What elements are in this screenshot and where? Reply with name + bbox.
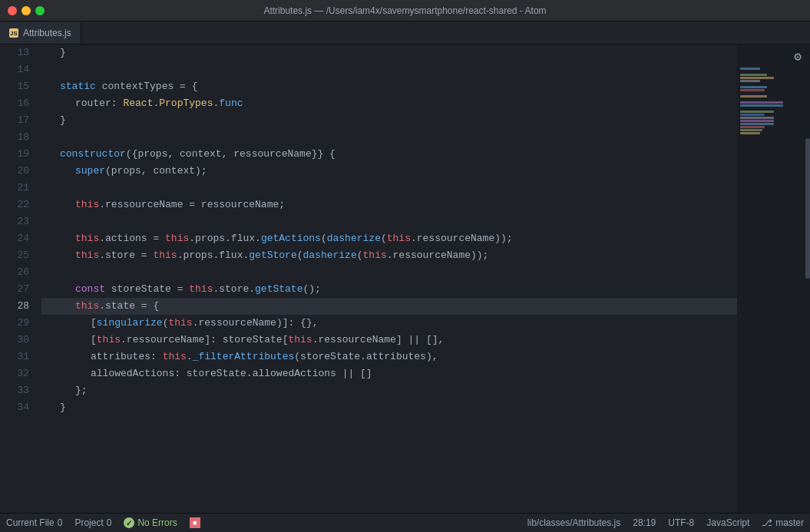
minimap: ⚙ — [737, 45, 810, 513]
project-count: 0 — [107, 517, 112, 528]
code-line: this.state = { — [41, 298, 737, 315]
language-label[interactable]: JavaScript — [706, 517, 749, 528]
code-line — [41, 264, 737, 281]
minimize-button[interactable] — [21, 6, 31, 15]
code-line: } — [41, 45, 737, 61]
file-tab-icon: JS — [9, 28, 18, 38]
current-file-status[interactable]: Current File 0 — [6, 517, 62, 528]
check-icon: ✓ — [124, 517, 134, 528]
window-controls — [8, 6, 45, 15]
code-line: [this.ressourceName]: storeState[this.re… — [41, 332, 737, 349]
code-line: } — [41, 112, 737, 129]
code-line: allowedActions: storeState.allowedAction… — [41, 365, 737, 382]
file-tab-label: Attributes.js — [23, 28, 71, 38]
no-errors-label: No Errors — [137, 517, 177, 528]
line-numbers: 1314151617181920212223242526272829303132… — [0, 45, 38, 513]
code-line: const storeState = this.store.getState()… — [41, 281, 737, 298]
code-editor[interactable]: } static contextTypes = {router: React.P… — [38, 45, 737, 513]
warning-icon: ■ — [190, 517, 200, 528]
code-line: this.ressourceName = ressourceName; — [41, 197, 737, 213]
project-status[interactable]: Project 0 — [74, 517, 111, 528]
code-line — [41, 180, 737, 197]
code-line — [41, 213, 737, 230]
current-file-count: 0 — [58, 517, 63, 528]
scrollbar-thumb[interactable] — [805, 138, 810, 279]
code-line: router: React.PropTypes.func — [41, 95, 737, 112]
file-path-label[interactable]: lib/classes/Attributes.js — [527, 517, 620, 528]
warning-indicator[interactable]: ■ — [190, 517, 200, 528]
project-label: Project — [74, 517, 103, 528]
code-line: }; — [41, 382, 737, 399]
no-errors-status[interactable]: ✓ No Errors — [124, 517, 177, 528]
code-line — [41, 129, 737, 146]
code-line: super(props, context); — [41, 163, 737, 180]
title-bar: Attributes.js — /Users/iam4x/savemysmart… — [0, 0, 810, 21]
code-line — [41, 61, 737, 78]
close-button[interactable] — [8, 6, 17, 15]
encoding-label[interactable]: UTF-8 — [668, 517, 694, 528]
window-title: Attributes.js — /Users/iam4x/savemysmart… — [263, 5, 546, 16]
settings-icon[interactable]: ⚙ — [790, 49, 805, 64]
code-line: attributes: this._filterAttributes(store… — [41, 349, 737, 365]
code-line: this.store = this.props.flux.getStore(da… — [41, 247, 737, 264]
branch-name: master — [775, 517, 804, 528]
cursor-position[interactable]: 28:19 — [633, 517, 656, 528]
current-file-label: Current File — [6, 517, 55, 528]
tab-bar: JS Attributes.js — [0, 21, 810, 45]
file-tab[interactable]: JS Attributes.js — [0, 22, 81, 44]
branch-icon: ⎇ — [762, 517, 772, 528]
status-bar: Current File 0 Project 0 ✓ No Errors ■ l… — [0, 513, 810, 532]
code-line: this.actions = this.props.flux.getAction… — [41, 230, 737, 247]
code-line: } — [41, 399, 737, 416]
status-right-group: lib/classes/Attributes.js 28:19 UTF-8 Ja… — [527, 517, 804, 528]
maximize-button[interactable] — [35, 6, 45, 15]
code-line: constructor({props, context, ressourceNa… — [41, 146, 737, 163]
code-line: [singularize(this.ressourceName)]: {}, — [41, 315, 737, 332]
code-line: static contextTypes = { — [41, 78, 737, 95]
scrollbar-track — [805, 45, 810, 513]
editor-container: 1314151617181920212223242526272829303132… — [0, 45, 810, 513]
git-branch[interactable]: ⎇ master — [762, 517, 804, 528]
